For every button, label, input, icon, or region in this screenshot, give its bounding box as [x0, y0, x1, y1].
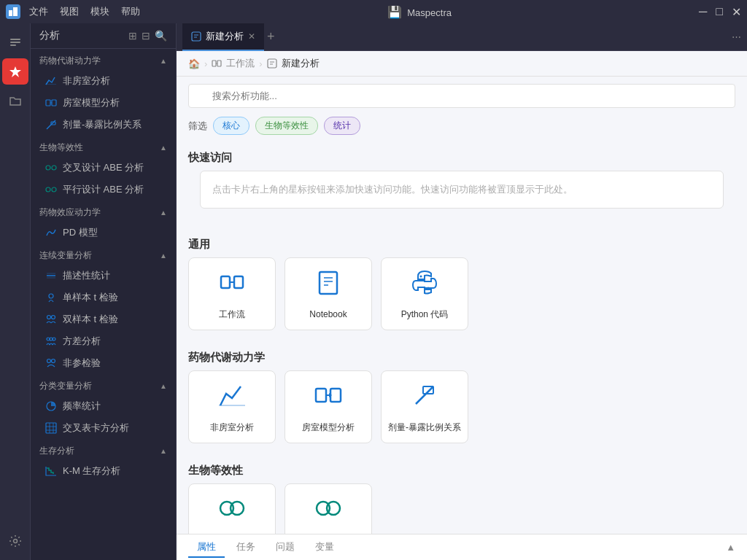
folder-icon-button[interactable]	[2, 88, 28, 114]
general-section-title: 通用	[188, 229, 735, 252]
card-notebook[interactable]: Notebook	[285, 257, 372, 330]
svg-rect-43	[320, 272, 337, 294]
chevron-pk: ▲	[160, 57, 167, 65]
breadcrumb-home[interactable]: 🏠	[188, 58, 200, 69]
titlebar: 文件 视图 模块 帮助 💾 Maspectra ─ □ ✕	[0, 0, 747, 23]
sidebar-section-bio[interactable]: 生物等效性 ▲	[31, 136, 176, 157]
settings-icon-button[interactable]	[2, 528, 28, 554]
sidebar-item-one-sample-t[interactable]: 单样本 t 检验	[31, 287, 176, 308]
python-icon	[410, 268, 439, 303]
sidebar-item-crossover-abe[interactable]: 交叉设计 ABE 分析	[31, 157, 176, 179]
tab-new-analysis[interactable]: 新建分析 ✕	[182, 23, 264, 51]
sidebar-section-categorical[interactable]: 分类变量分析 ▲	[31, 374, 176, 395]
tab-bar: 新建分析 ✕ + ⋯	[177, 23, 747, 51]
menu-file[interactable]: 文件	[29, 5, 48, 18]
tab-more-button[interactable]: ⋯	[732, 31, 741, 42]
sidebar-label-compartment: 房室模型分析	[63, 96, 120, 109]
sidebar-item-nonparam[interactable]: 非参检验	[31, 352, 176, 374]
svg-rect-0	[9, 10, 12, 16]
svg-point-59	[327, 502, 340, 515]
chevron-bio: ▲	[160, 144, 167, 152]
svg-rect-1	[13, 7, 18, 16]
sidebar-label-frequency: 频率统计	[63, 400, 101, 413]
tab-close-button[interactable]: ✕	[248, 31, 255, 42]
minimize-button[interactable]: ─	[699, 5, 707, 18]
sidebar-item-anova[interactable]: 方差分析	[31, 330, 176, 352]
close-button[interactable]: ✕	[732, 5, 741, 19]
sidebar-section-categorical-label: 分类变量分析	[39, 380, 92, 392]
sidebar-item-two-sample-t[interactable]: 双样本 t 检验	[31, 308, 176, 330]
general-section: 通用 工作流	[177, 229, 747, 342]
sidebar-search-icon[interactable]: 🔍	[155, 30, 167, 42]
svg-rect-31	[192, 32, 201, 41]
sidebar-label-dose-exposure: 剂量-暴露比例关系	[63, 118, 142, 131]
sidebar-label-pd-model: PD 模型	[63, 226, 98, 239]
sidebar-icon-1[interactable]: ⊞	[128, 30, 137, 42]
card-noncompartment[interactable]: 非房室分析	[188, 370, 276, 443]
svg-rect-34	[212, 61, 216, 66]
favorites-icon-button[interactable]	[2, 58, 28, 85]
compartment-pk-icon	[314, 381, 343, 416]
card-crossover-abe[interactable]: 交叉设计 ABE 分析	[188, 483, 276, 534]
chevron-continuous: ▲	[160, 252, 167, 260]
sidebar-item-noncompartment[interactable]: 非房室分析	[31, 70, 176, 92]
sidebar-item-crosstab[interactable]: 交叉表卡方分析	[31, 417, 176, 439]
sidebar-section-continuous-label: 连续变量分析	[39, 249, 92, 262]
chevron-categorical: ▲	[160, 382, 167, 390]
svg-point-14	[52, 166, 56, 170]
card-python[interactable]: Python 代码	[381, 257, 468, 330]
sidebar-label-parallel-abe: 平行设计 ABE 分析	[63, 183, 144, 196]
bio-section: 生物等效性 交叉设计 ABE 分析	[177, 455, 747, 534]
sidebar-item-compartment[interactable]: 房室模型分析	[31, 92, 176, 114]
sidebar-item-descriptive[interactable]: 描述性统计	[31, 265, 176, 287]
breadcrumb-current: 新建分析	[282, 57, 320, 70]
filter-tag-stat[interactable]: 统计	[324, 117, 360, 135]
card-compartment[interactable]: 房室模型分析	[285, 370, 372, 443]
sidebar-label-anova: 方差分析	[63, 335, 101, 348]
menu-module[interactable]: 模块	[90, 5, 109, 18]
bottom-tab-issues[interactable]: 问题	[267, 537, 303, 558]
sidebar-label-descriptive: 描述性统计	[63, 269, 110, 282]
card-compartment-label: 房室模型分析	[302, 421, 355, 434]
sidebar-label-one-sample-t: 单样本 t 检验	[63, 291, 118, 304]
filter-tag-bio[interactable]: 生物等效性	[255, 117, 318, 135]
bottom-tab-tasks[interactable]: 任务	[228, 537, 264, 558]
sidebar-item-dose-exposure[interactable]: 剂量-暴露比例关系	[31, 114, 176, 136]
svg-point-47	[420, 275, 422, 277]
workflow-icon	[217, 268, 247, 303]
noncompartment-icon	[217, 381, 247, 416]
titlebar-menu: 文件 视图 模块 帮助	[29, 5, 140, 18]
menu-help[interactable]: 帮助	[121, 5, 140, 18]
dose-pk-icon	[410, 381, 439, 416]
sidebar-section-survival-label: 生存分析	[39, 445, 74, 457]
quick-access-title: 快速访问	[188, 142, 735, 165]
card-workflow[interactable]: 工作流	[188, 257, 276, 330]
sidebar-section-pk[interactable]: 药物代谢动力学 ▲	[31, 49, 176, 70]
sidebar-section-pd[interactable]: 药物效应动力学 ▲	[31, 201, 176, 222]
search-input[interactable]	[188, 84, 735, 108]
sidebar-label-crossover-abe: 交叉设计 ABE 分析	[63, 161, 144, 174]
sidebar-item-frequency[interactable]: 频率统计	[31, 395, 176, 417]
card-dose-exposure[interactable]: 剂量-暴露比例关系	[381, 370, 468, 443]
bottom-tab-properties[interactable]: 属性	[188, 537, 225, 558]
sidebar-item-km[interactable]: K-M 生存分析	[31, 460, 176, 482]
sidebar-item-parallel-abe[interactable]: 平行设计 ABE 分析	[31, 179, 176, 201]
nav-icon-button[interactable]	[2, 29, 28, 55]
filter-tag-core[interactable]: 核心	[213, 117, 249, 135]
breadcrumb-workflow[interactable]: 工作流	[226, 57, 255, 70]
bio-section-title: 生物等效性	[188, 455, 735, 478]
collapse-button[interactable]: ▲	[726, 542, 735, 553]
pk-section-title: 药物代谢动力学	[188, 342, 735, 365]
search-bar: 🔍	[177, 77, 747, 112]
sidebar-icon-2[interactable]: ⊟	[142, 30, 150, 42]
sidebar-label-two-sample-t: 双样本 t 检验	[63, 313, 118, 326]
bottom-tab-variables[interactable]: 变量	[306, 537, 343, 558]
sidebar-section-continuous[interactable]: 连续变量分析 ▲	[31, 244, 176, 265]
pk-section: 药物代谢动力学 非房室分析	[177, 342, 747, 455]
menu-view[interactable]: 视图	[60, 5, 79, 18]
card-parallel-abe[interactable]: 平行设计 ABE 分析	[285, 483, 372, 534]
tab-add-button[interactable]: +	[267, 29, 275, 44]
sidebar-item-pd-model[interactable]: PD 模型	[31, 222, 176, 244]
sidebar-section-survival[interactable]: 生存分析 ▲	[31, 439, 176, 460]
maximize-button[interactable]: □	[716, 5, 723, 18]
